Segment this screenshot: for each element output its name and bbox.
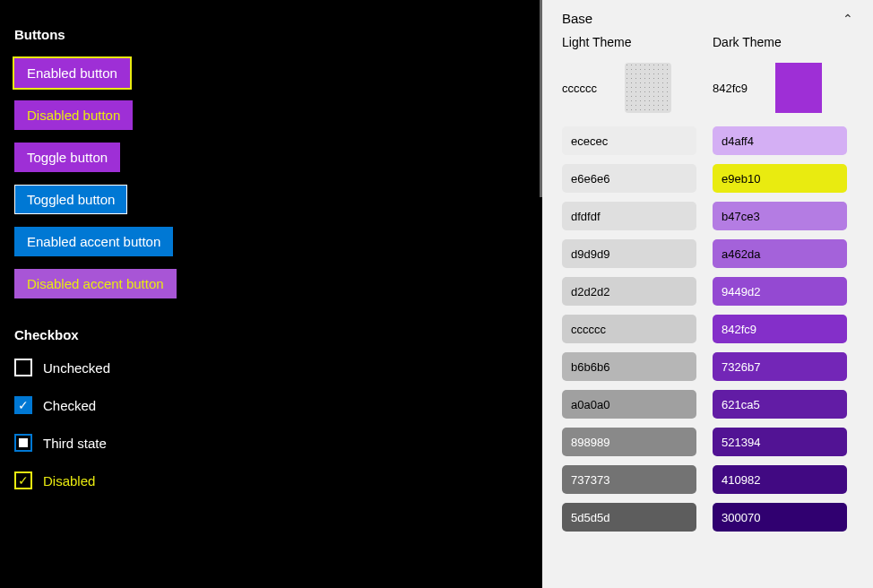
toggle-button[interactable]: Toggle button	[14, 143, 120, 172]
dark-base-swatch[interactable]: 842fc9	[713, 62, 847, 114]
swatch-hex-label: b6b6b6	[571, 360, 609, 374]
swatch-hex-label: b47ce3	[722, 210, 760, 223]
color-swatch[interactable]: a462da	[713, 239, 847, 268]
checkbox-disabled-label: Disabled	[43, 473, 95, 489]
swatch-hex-label: a462da	[722, 247, 760, 261]
enabled-button[interactable]: Enabled button	[14, 58, 130, 88]
swatch-hex-label: 7326b7	[722, 360, 760, 374]
color-swatch[interactable]: b6b6b6	[562, 352, 696, 381]
toggled-button[interactable]: Toggled button	[14, 185, 127, 214]
controls-preview-panel: Buttons Enabled button Disabled button T…	[0, 0, 542, 588]
checkbox-disabled-box: ✓	[14, 471, 32, 489]
checkbox-heading: Checkbox	[14, 327, 528, 342]
color-swatch[interactable]: e9eb10	[713, 164, 847, 193]
swatch-hex-label: dfdfdf	[571, 210, 601, 223]
buttons-heading: Buttons	[14, 27, 528, 42]
disabled-accent-button: Disabled accent button	[14, 269, 177, 298]
dark-theme-title: Dark Theme	[713, 35, 847, 49]
checkbox-unchecked-label: Unchecked	[43, 360, 110, 376]
dark-base-color-box	[775, 63, 822, 113]
light-theme-column: Light Theme cccccc ececece6e6e6dfdfdfd9d…	[562, 35, 696, 540]
color-swatch[interactable]: cccccc	[562, 315, 696, 343]
base-section-header[interactable]: Base ⌃	[562, 11, 853, 26]
swatch-hex-label: e9eb10	[722, 172, 760, 186]
color-swatch[interactable]: 410982	[713, 465, 847, 494]
chevron-up-icon[interactable]: ⌃	[843, 12, 853, 26]
swatch-hex-label: d4aff4	[722, 134, 754, 148]
check-icon: ✓	[18, 399, 29, 411]
swatch-hex-label: 5d5d5d	[571, 511, 609, 524]
swatch-hex-label: 898989	[571, 436, 609, 449]
dark-base-hex: 842fc9	[713, 82, 775, 95]
checkbox-third-label: Third state	[43, 436, 107, 451]
checkbox-checked-row[interactable]: ✓ Checked	[14, 396, 528, 414]
color-swatch[interactable]: 5d5d5d	[562, 503, 696, 532]
color-swatch[interactable]: a0a0a0	[562, 390, 696, 419]
color-swatch[interactable]: e6e6e6	[562, 164, 696, 193]
swatch-hex-label: ececec	[571, 134, 608, 148]
checkbox-checked-box[interactable]: ✓	[14, 396, 32, 414]
swatch-hex-label: 410982	[722, 473, 760, 487]
color-swatch[interactable]: b47ce3	[713, 202, 847, 230]
color-swatch[interactable]: 621ca5	[713, 390, 847, 419]
light-base-color-box	[625, 63, 671, 113]
palette-panel: Base ⌃ Light Theme cccccc ececece6e6e6df…	[542, 0, 873, 588]
swatch-hex-label: 842fc9	[722, 323, 756, 336]
base-title: Base	[562, 11, 592, 26]
swatch-hex-label: a0a0a0	[571, 398, 609, 411]
color-swatch[interactable]: 521394	[713, 428, 847, 456]
color-swatch[interactable]: 842fc9	[713, 315, 847, 343]
checkbox-disabled-row: ✓ Disabled	[14, 471, 528, 489]
checkbox-checked-label: Checked	[43, 398, 96, 413]
swatch-hex-label: 521394	[722, 436, 760, 449]
light-base-hex: cccccc	[562, 82, 625, 95]
swatch-hex-label: cccccc	[571, 323, 606, 336]
color-swatch[interactable]: 300070	[713, 503, 847, 532]
swatch-hex-label: 300070	[722, 511, 760, 524]
swatch-hex-label: 621ca5	[722, 398, 760, 411]
color-swatch[interactable]: d4aff4	[713, 126, 847, 155]
color-swatch[interactable]: d2d2d2	[562, 277, 696, 306]
dark-theme-column: Dark Theme 842fc9 d4aff4e9eb10b47ce3a462…	[713, 35, 847, 540]
enabled-accent-button[interactable]: Enabled accent button	[14, 227, 173, 256]
checkbox-unchecked-box[interactable]	[14, 359, 32, 376]
checkbox-unchecked-row[interactable]: Unchecked	[14, 359, 528, 376]
swatch-hex-label: d9d9d9	[571, 247, 609, 261]
color-swatch[interactable]: 9449d2	[713, 277, 847, 306]
swatch-hex-label: 737373	[571, 473, 609, 487]
light-theme-title: Light Theme	[562, 35, 696, 49]
swatch-hex-label: 9449d2	[722, 285, 760, 298]
check-icon: ✓	[18, 474, 29, 487]
color-swatch[interactable]: 7326b7	[713, 352, 847, 381]
swatch-hex-label: e6e6e6	[571, 172, 609, 186]
color-swatch[interactable]: d9d9d9	[562, 239, 696, 268]
checkbox-third-box[interactable]	[14, 434, 32, 452]
color-swatch[interactable]: dfdfdf	[562, 202, 696, 230]
scrollbar[interactable]	[540, 0, 542, 197]
light-base-swatch[interactable]: cccccc	[562, 62, 696, 114]
checkbox-third-row[interactable]: Third state	[14, 434, 528, 452]
disabled-button: Disabled button	[14, 100, 133, 130]
color-swatch[interactable]: 737373	[562, 465, 696, 494]
color-swatch[interactable]: 898989	[562, 428, 696, 456]
swatch-hex-label: d2d2d2	[571, 285, 609, 298]
color-swatch[interactable]: ececec	[562, 126, 696, 155]
